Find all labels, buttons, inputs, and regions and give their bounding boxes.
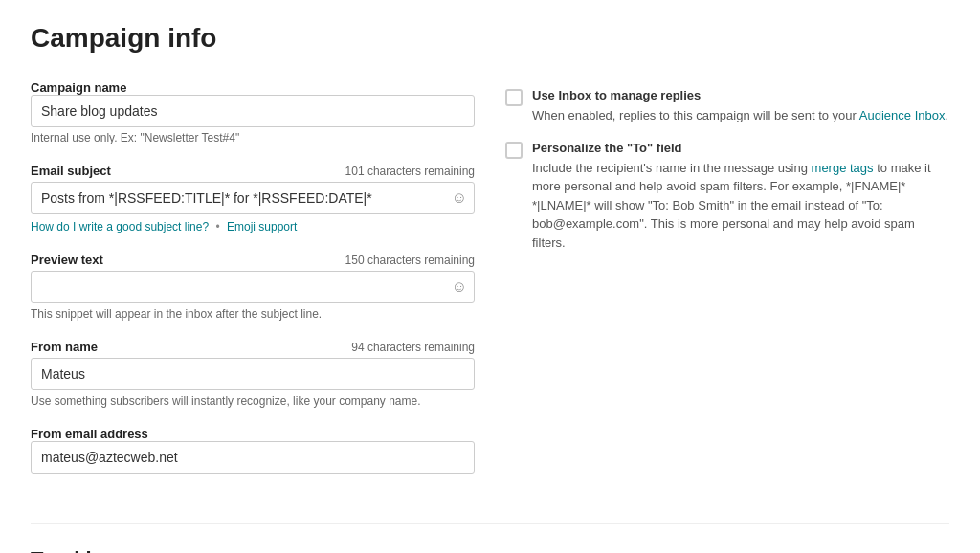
personalize-to-checkbox[interactable] [505,142,523,159]
from-email-input[interactable] [31,441,475,474]
from-name-input[interactable] [31,358,475,390]
use-inbox-desc-before: When enabled, replies to this campaign w… [532,108,859,122]
campaign-name-group: Campaign name Internal use only. Ex: "Ne… [31,80,475,144]
from-name-label: From name [31,340,98,354]
use-inbox-label: Use Inbox to manage replies [532,88,948,102]
email-subject-links: How do I write a good subject line? • Em… [31,220,475,233]
from-name-group: From name 94 characters remaining Use so… [31,340,475,408]
from-name-char-count: 94 characters remaining [351,341,475,354]
right-column: Use Inbox to manage replies When enabled… [505,80,949,493]
from-email-label: From email address [31,427,475,441]
preview-text-group: Preview text 150 characters remaining ☺ … [31,253,475,321]
preview-text-emoji-button[interactable]: ☺ [452,278,467,296]
use-inbox-checkbox[interactable] [505,89,523,106]
personalize-to-label: Personalize the "To" field [532,141,949,155]
email-subject-char-count: 101 characters remaining [345,165,475,178]
from-name-hint: Use something subscribers will instantly… [31,394,475,408]
campaign-name-input[interactable] [31,95,475,127]
preview-text-label: Preview text [31,253,103,267]
personalize-to-content: Personalize the "To" field Include the r… [532,141,949,253]
preview-text-input-wrapper: ☺ [31,271,475,303]
personalize-to-row: Personalize the "To" field Include the r… [505,141,949,253]
email-subject-input-wrapper: ☺ [31,182,475,214]
preview-text-char-count: 150 characters remaining [345,254,475,267]
merge-tags-link[interactable]: merge tags [812,161,874,175]
email-subject-input[interactable] [31,182,475,214]
tracking-title: Tracking [31,547,949,553]
emoji-support-link[interactable]: Emoji support [227,220,297,233]
email-subject-label: Email subject [31,164,111,178]
tracking-section: Tracking ✓ Track opens Discover who open… [31,523,949,553]
from-email-group: From email address [31,427,475,474]
email-subject-header: Email subject 101 characters remaining [31,164,475,178]
campaign-name-label: Campaign name [31,80,475,95]
campaign-name-hint: Internal use only. Ex: "Newsletter Test#… [31,131,475,144]
left-column: Campaign name Internal use only. Ex: "Ne… [31,80,475,493]
personalize-to-desc: Include the recipient's name in the mess… [532,159,949,253]
link-separator: • [215,220,219,233]
use-inbox-content: Use Inbox to manage replies When enabled… [532,88,948,125]
use-inbox-desc: When enabled, replies to this campaign w… [532,106,948,125]
audience-inbox-link[interactable]: Audience Inbox [859,108,946,122]
from-name-header: From name 94 characters remaining [31,340,475,354]
email-subject-group: Email subject 101 characters remaining ☺… [31,164,475,233]
preview-text-header: Preview text 150 characters remaining [31,253,475,267]
page-title: Campaign info [31,23,949,54]
email-subject-emoji-button[interactable]: ☺ [452,189,467,207]
use-inbox-row: Use Inbox to manage replies When enabled… [505,88,949,125]
subject-line-help-link[interactable]: How do I write a good subject line? [31,220,209,233]
use-inbox-desc-after: . [945,108,948,122]
preview-text-hint: This snippet will appear in the inbox af… [31,307,475,321]
preview-text-input[interactable] [31,271,475,303]
